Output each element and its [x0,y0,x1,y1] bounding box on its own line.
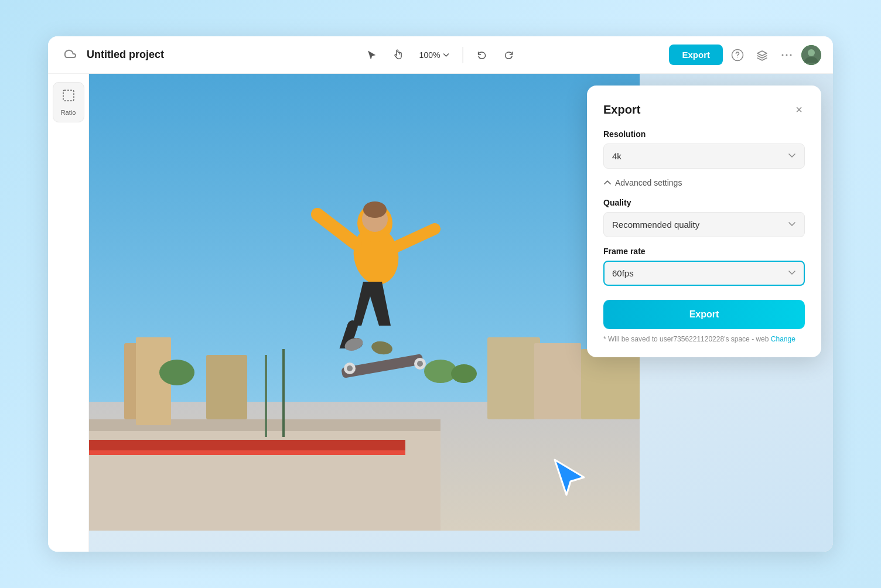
svg-rect-7 [63,90,74,101]
more-button[interactable] [777,45,797,65]
quality-chevron-icon [788,220,796,230]
frame-rate-label: Frame rate [603,247,805,256]
quality-label: Quality [603,198,805,207]
main-area: Ratio [48,74,833,552]
canvas-area: Export × Resolution 4k Advanced settings [89,74,833,552]
svg-point-2 [782,54,784,56]
resolution-chevron-icon [788,151,796,161]
hand-tool-button[interactable] [388,46,409,64]
export-panel-header: Export × [603,102,805,118]
quality-select[interactable]: Recommended quality [603,212,805,237]
ratio-label: Ratio [61,109,76,116]
svg-point-3 [786,54,788,56]
cloud-icon[interactable] [60,45,81,66]
svg-point-35 [417,361,423,367]
frame-rate-chevron-icon [788,268,796,278]
undo-button[interactable] [471,46,492,64]
advanced-settings-label: Advanced settings [615,178,682,187]
frame-rate-select[interactable]: 60fps [603,261,805,286]
export-panel-title: Export [603,103,640,117]
frame-rate-value: 60fps [612,268,634,278]
advanced-settings-toggle[interactable]: Advanced settings [603,178,682,187]
header: Untitled project 100% [48,36,833,74]
zoom-level: 100% [419,50,440,60]
export-action-button[interactable]: Export [603,300,805,329]
project-title: Untitled project [87,49,164,61]
resolution-value: 4k [612,151,622,161]
layers-button[interactable] [752,45,772,65]
svg-rect-13 [89,450,405,455]
svg-point-1 [737,56,738,57]
svg-rect-16 [206,355,247,419]
header-export-button[interactable]: Export [669,45,723,65]
svg-point-22 [451,364,477,383]
help-button[interactable] [728,45,747,65]
header-divider [462,47,463,63]
svg-rect-19 [581,349,640,419]
svg-rect-24 [282,349,285,437]
export-panel: Export × Resolution 4k Advanced settings [587,86,821,357]
ratio-tool[interactable]: Ratio [53,82,84,122]
zoom-selector[interactable]: 100% [415,47,455,63]
left-sidebar: Ratio [48,74,89,552]
avatar[interactable] [801,45,821,65]
svg-point-33 [347,365,353,371]
svg-rect-23 [265,355,267,437]
export-close-button[interactable]: × [793,102,805,118]
resolution-label: Resolution [603,129,805,139]
canvas-image [89,74,640,531]
quality-value: Recommended quality [612,220,699,230]
svg-point-20 [159,360,194,385]
header-center: 100% [362,46,520,64]
redo-button[interactable] [498,46,519,64]
svg-point-4 [790,54,792,56]
save-note: * Will be saved to user7356221120228's s… [603,335,805,343]
save-note-text: * Will be saved to user7356221120228's s… [603,335,771,343]
svg-rect-12 [89,440,405,450]
app-window: Untitled project 100% [48,36,833,552]
svg-rect-18 [534,343,581,419]
svg-rect-17 [487,337,540,419]
svg-point-6 [808,49,815,56]
save-note-change-link[interactable]: Change [771,335,795,343]
select-tool-button[interactable] [362,46,382,64]
resolution-select[interactable]: 4k [603,143,805,169]
ratio-icon [62,88,76,106]
